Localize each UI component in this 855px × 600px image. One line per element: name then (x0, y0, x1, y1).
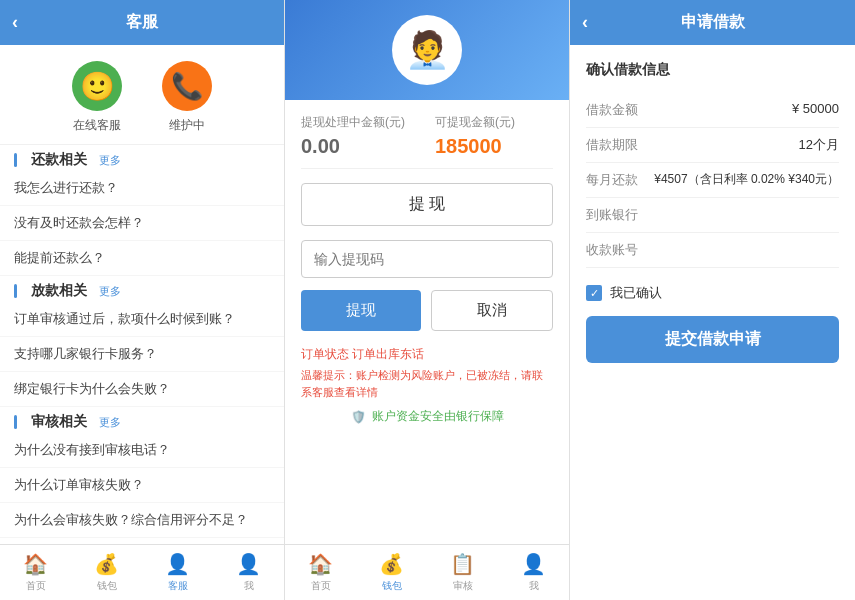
nav-audit-middle[interactable]: 📋 审核 (427, 552, 498, 593)
wallet-icon: 💰 (94, 552, 119, 576)
avatar-emoji: 🧑‍💼 (405, 29, 450, 71)
info-row-term: 借款期限 12个月 (586, 128, 839, 163)
wallet-icon-middle: 💰 (379, 552, 404, 576)
info-row-account: 收款账号 (586, 233, 839, 268)
processing-value: 0.00 (301, 135, 419, 158)
faq-item[interactable]: 为什么订单审核失败？ (0, 468, 284, 503)
service-icon: 👤 (165, 552, 190, 576)
loan-back-icon[interactable]: ‹ (582, 12, 588, 33)
section-more-disbursement[interactable]: 更多 (99, 284, 121, 299)
info-label-amount: 借款金额 (586, 101, 638, 119)
nav-home-label-left: 首页 (26, 579, 46, 593)
faq-item[interactable]: 订单审核通过后，款项什么时候到账？ (0, 302, 284, 337)
btn-withdraw[interactable]: 提现 (301, 290, 421, 331)
agent-maintenance[interactable]: 📞 维护中 (162, 61, 212, 134)
loan-content: 确认借款信息 借款金额 ¥ 50000 借款期限 12个月 每月还款 ¥4507… (570, 45, 855, 600)
withdraw-main-button[interactable]: 提 现 (301, 183, 553, 226)
checkbox-row: ✓ 我已确认 (586, 284, 839, 302)
info-label-account: 收款账号 (586, 241, 638, 259)
warning-text: 订单状态 订单出库东话 温馨提示：账户检测为风险账户，已被冻结，请联系客服查看详… (301, 345, 553, 400)
loan-header: ‹ 申请借款 (570, 0, 855, 45)
withdraw-code-input[interactable] (301, 240, 553, 278)
available-value: 185000 (435, 135, 553, 158)
faq-item[interactable]: 能提前还款么？ (0, 241, 284, 276)
faq-section-review: 审核相关 更多 为什么没有接到审核电话？ 为什么订单审核失败？ 为什么会审核失败… (0, 407, 284, 538)
faq-item[interactable]: 绑定银行卡为什么会失败？ (0, 372, 284, 407)
nav-service-label-left: 客服 (168, 579, 188, 593)
available-label: 可提现金额(元) (435, 114, 553, 131)
submit-loan-button[interactable]: 提交借款申请 (586, 316, 839, 363)
nav-home-middle[interactable]: 🏠 首页 (285, 552, 356, 593)
confirm-info-title: 确认借款信息 (586, 61, 839, 79)
nav-wallet-label-left: 钱包 (97, 579, 117, 593)
loan-header-title: 申请借款 (681, 12, 745, 33)
middle-bottom-nav: 🏠 首页 💰 钱包 📋 审核 👤 我 (285, 544, 569, 600)
faq-item[interactable]: 为什么会审核失败？综合信用评分不足？ (0, 503, 284, 538)
nav-wallet-label-middle: 钱包 (382, 579, 402, 593)
processing-label: 提现处理中金额(元) (301, 114, 419, 131)
nav-service-left[interactable]: 👤 客服 (142, 552, 213, 593)
security-badge: 🛡️ 账户资金安全由银行保障 (301, 408, 553, 425)
faq-section-repayment: 还款相关 更多 我怎么进行还款？ 没有及时还款会怎样？ 能提前还款么？ (0, 145, 284, 276)
nav-profile-label-middle: 我 (529, 579, 539, 593)
faq-item[interactable]: 为什么没有接到审核电话？ (0, 433, 284, 468)
section-header-repayment: 还款相关 更多 (0, 145, 284, 171)
nav-profile-label-left: 我 (244, 579, 254, 593)
section-title-repayment: 还款相关 (31, 151, 87, 169)
amount-row: 提现处理中金额(元) 0.00 可提现金额(元) 185000 (301, 100, 553, 169)
nav-wallet-left[interactable]: 💰 钱包 (71, 552, 142, 593)
faq-section-disbursement: 放款相关 更多 订单审核通过后，款项什么时候到账？ 支持哪几家银行卡服务？ 绑定… (0, 276, 284, 407)
left-panel-header: ‹ 客服 (0, 0, 284, 45)
agent-row: 🙂 在线客服 📞 维护中 (0, 45, 284, 145)
confirm-checkbox[interactable]: ✓ (586, 285, 602, 301)
section-header-review: 审核相关 更多 (0, 407, 284, 433)
section-header-disbursement: 放款相关 更多 (0, 276, 284, 302)
right-panel: ‹ 申请借款 确认借款信息 借款金额 ¥ 50000 借款期限 12个月 每月还… (570, 0, 855, 600)
left-panel: ‹ 客服 🙂 在线客服 📞 维护中 还款相关 更多 我怎么进行还款？ 没有及时还… (0, 0, 285, 600)
shield-icon: 🛡️ (351, 410, 366, 424)
available-amount: 可提现金额(元) 185000 (435, 114, 553, 158)
action-row: 提现 取消 (301, 290, 553, 331)
info-value-amount: ¥ 50000 (792, 101, 839, 119)
btn-cancel[interactable]: 取消 (431, 290, 553, 331)
audit-icon-middle: 📋 (450, 552, 475, 576)
info-value-monthly: ¥4507（含日利率 0.02% ¥340元） (654, 171, 839, 189)
processing-amount: 提现处理中金额(元) 0.00 (301, 114, 419, 158)
maintenance-agent-icon: 📞 (162, 61, 212, 111)
info-label-bank: 到账银行 (586, 206, 638, 224)
section-title-disbursement: 放款相关 (31, 282, 87, 300)
left-bottom-nav: 🏠 首页 💰 钱包 👤 客服 👤 我 (0, 544, 284, 600)
middle-panel: 🧑‍💼 提现处理中金额(元) 0.00 可提现金额(元) 185000 提 现 … (285, 0, 570, 600)
home-icon: 🏠 (23, 552, 48, 576)
profile-icon: 👤 (236, 552, 261, 576)
nav-profile-left[interactable]: 👤 我 (213, 552, 284, 593)
nav-wallet-middle[interactable]: 💰 钱包 (356, 552, 427, 593)
nav-profile-middle[interactable]: 👤 我 (498, 552, 569, 593)
withdrawal-content: 提现处理中金额(元) 0.00 可提现金额(元) 185000 提 现 提现 取… (285, 100, 569, 600)
info-row-bank: 到账银行 (586, 198, 839, 233)
warning-highlight: 订单状态 订单出库东话 (301, 345, 553, 363)
section-more-review[interactable]: 更多 (99, 415, 121, 430)
info-label-term: 借款期限 (586, 136, 638, 154)
agent-online[interactable]: 🙂 在线客服 (72, 61, 122, 134)
nav-audit-label-middle: 审核 (453, 579, 473, 593)
faq-item[interactable]: 我怎么进行还款？ (0, 171, 284, 206)
maintenance-agent-label: 维护中 (169, 117, 205, 134)
security-text: 账户资金安全由银行保障 (372, 408, 504, 425)
home-icon-middle: 🏠 (308, 552, 333, 576)
confirm-checkbox-label: 我已确认 (610, 284, 662, 302)
left-panel-title: 客服 (126, 12, 158, 33)
nav-home-left[interactable]: 🏠 首页 (0, 552, 71, 593)
faq-item[interactable]: 没有及时还款会怎样？ (0, 206, 284, 241)
info-value-term: 12个月 (799, 136, 839, 154)
nav-home-label-middle: 首页 (311, 579, 331, 593)
faq-scroll: 还款相关 更多 我怎么进行还款？ 没有及时还款会怎样？ 能提前还款么？ 放款相关… (0, 145, 284, 600)
left-back-icon[interactable]: ‹ (12, 12, 18, 33)
online-agent-label: 在线客服 (73, 117, 121, 134)
section-title-review: 审核相关 (31, 413, 87, 431)
section-more-repayment[interactable]: 更多 (99, 153, 121, 168)
profile-icon-middle: 👤 (521, 552, 546, 576)
hero-avatar: 🧑‍💼 (392, 15, 462, 85)
faq-item[interactable]: 支持哪几家银行卡服务？ (0, 337, 284, 372)
info-row-amount: 借款金额 ¥ 50000 (586, 93, 839, 128)
